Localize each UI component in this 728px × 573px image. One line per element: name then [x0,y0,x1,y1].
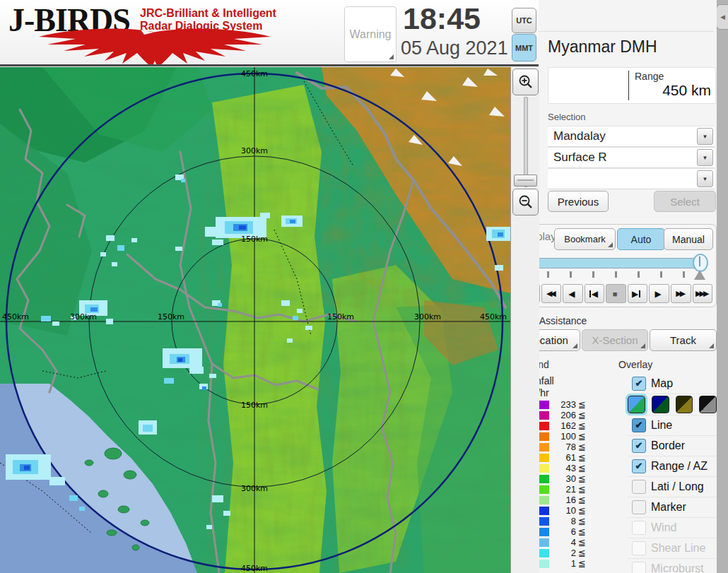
radar-map[interactable]: 450km 300km 150km 150km 300km 450km 450k… [0,67,510,573]
stop-button[interactable]: ■ [606,284,626,303]
dropdown-arrow-button[interactable]: ▼ [697,128,713,145]
zoom-slider-handle[interactable] [514,175,537,187]
corner-expand-icon [709,343,714,348]
overlay-label: Marker [651,501,686,514]
corner-expand-icon [608,242,613,247]
overlay-row-map[interactable]: ✔ Map [628,373,717,394]
ring-label: 450km [241,69,268,78]
chevron-left-icon: ◀ [720,13,725,20]
lte-symbol: ≦ [576,420,589,431]
product-dropdown-value: Surface R [548,150,697,165]
play-backward-button[interactable]: ◀ [563,284,583,303]
site-dropdown[interactable]: Mandalay ▼ [548,126,715,147]
panel-collapse-button[interactable]: ◀ [716,4,728,30]
checkbox-map[interactable]: ✔ [632,377,646,391]
overlay-row-lati-long[interactable]: ✔ Lati / Long [628,476,717,497]
rewind-2-button[interactable]: ◀◀ [541,284,562,303]
map-style-swatch-3[interactable] [676,396,693,413]
warning-button-label: Warning [350,28,392,41]
lte-symbol: ≦ [576,452,589,463]
eagle-logo-icon [6,28,276,65]
bookmark-button[interactable]: Bookmark [554,228,616,250]
clock-time: 18:45 [403,1,481,36]
lte-symbol: ≦ [576,399,589,410]
option-dropdown[interactable]: ▼ [548,168,715,189]
dropdown-arrow-button[interactable]: ▼ [697,170,713,187]
legend-value: 43 [549,463,576,473]
overlay-title: Overlay [618,359,652,370]
play-forward-button[interactable]: ▶ [649,284,669,303]
track-button[interactable]: Track [650,329,717,351]
map-style-swatch-4[interactable] [699,396,717,413]
checkbox-lati-long[interactable]: ✔ [632,480,646,494]
overlay-label: Shear Line [651,542,705,555]
magnifier-plus-icon [518,74,534,90]
overlay-row-wind: ✔ Wind [628,517,717,538]
jbirds-window: J-BIRDS JRC-Brilliant & Intelligent Rada… [0,0,728,573]
x-section-button-label: X-Section [592,334,638,346]
replay-slider-track[interactable] [524,258,706,268]
checkbox-marker[interactable]: ✔ [632,500,646,514]
ring-label: 450km [241,564,268,573]
step-backward-button[interactable]: ◀ [585,284,605,303]
legend-value: 100 [549,431,576,442]
checkbox-shear-line: ✔ [632,541,646,555]
forward-2-button[interactable]: ▶▶ [671,284,691,303]
timezone-utc-button[interactable]: UTC [512,8,536,33]
bookmark-button-label: Bookmark [564,234,606,244]
lte-symbol: ≦ [576,558,589,569]
map-style-swatch-1[interactable] [628,396,645,413]
slider-end-marker[interactable] [694,270,705,280]
checkbox-wind: ✔ [632,521,646,535]
fast-forward-3-button[interactable]: ▶▶▶ [693,284,713,303]
select-button[interactable]: Select [654,191,716,212]
legend-value: 30 [549,473,576,484]
lte-symbol: ≦ [576,431,589,442]
overlay-label: Map [651,377,673,390]
timezone-mmt-button[interactable]: MMT [512,34,536,61]
zoom-out-button[interactable] [512,189,539,215]
checkbox-border[interactable]: ✔ [632,439,646,453]
chevron-down-icon: ▼ [703,155,708,161]
overlay-row-range-az[interactable]: ✔ Range / AZ [628,456,717,477]
overlay-label: Microburst [651,562,704,573]
map-style-swatch-2[interactable] [652,396,669,413]
overlay-row-line[interactable]: ✔ Line [628,415,717,436]
legend-value: 4 [549,537,576,548]
checkbox-range-az[interactable]: ✔ [632,459,646,473]
panel-collapse-strip[interactable] [717,0,728,573]
dropdown-arrow-button[interactable]: ▼ [697,149,713,166]
warning-button[interactable]: Warning [344,6,397,62]
replay-group: Replay Bookmark Auto Manual ◀◀◀ ◀◀ ◀ ◀ ■… [515,224,717,307]
legend-value: 206 [549,410,576,420]
overlay-label: Border [651,439,685,452]
overlay-row-marker[interactable]: ✔ Marker [628,497,717,518]
overlay-row-shear-line: ✔ Shear Line [628,538,717,559]
legend-value: 78 [549,442,576,452]
bar-icon [589,290,591,297]
playback-controls: ◀◀◀ ◀◀ ◀ ◀ ■ ▶ ▶ ▶▶ ▶▶▶ [519,284,712,303]
previous-button[interactable]: Previous [548,191,609,212]
zoom-in-button[interactable] [512,69,539,95]
step-forward-button[interactable]: ▶ [628,284,648,303]
ring-label: 450km [2,312,29,321]
x-section-button[interactable]: X-Section [582,329,648,351]
lte-symbol: ≦ [576,548,589,558]
slider-tick [570,271,572,278]
legend-value: 21 [549,484,576,495]
site-dropdown-value: Mandalay [548,129,697,143]
zoom-slider-track[interactable] [524,97,528,187]
overlay-row-border[interactable]: ✔ Border [628,435,717,456]
panel-divider [539,31,714,32]
overlay-row-microburst: ✔ Microburst [628,558,717,573]
ring-label: 150km [327,312,354,321]
manual-mode-button[interactable]: Manual [664,228,713,250]
zoom-control-column [510,67,539,573]
magnifier-minus-icon [518,194,534,210]
product-dropdown[interactable]: Surface R ▼ [548,147,715,168]
slider-tick [638,271,640,278]
slider-tick [683,271,685,278]
auto-mode-button[interactable]: Auto [617,228,665,250]
checkbox-line[interactable]: ✔ [632,418,646,432]
overlay-label: Line [651,419,672,432]
